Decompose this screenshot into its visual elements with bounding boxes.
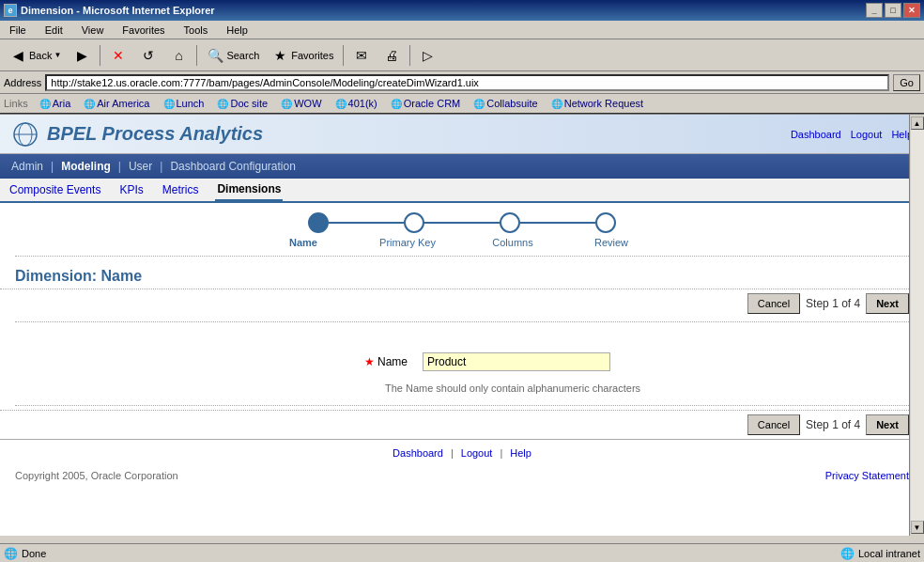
stop-icon: ✕ [109,46,128,65]
page-bottom: Copyright 2005, Oracle Corporation Priva… [0,466,924,485]
scroll-track [911,130,924,521]
subnav-metrics[interactable]: Metrics [161,180,201,200]
stop-button[interactable]: ✕ [104,43,132,68]
top-cancel-button[interactable]: Cancel [747,293,800,314]
scroll-down-button[interactable]: ▼ [911,521,924,534]
menu-favorites[interactable]: Favorites [116,23,170,38]
menu-edit[interactable]: Edit [39,23,69,38]
menu-file[interactable]: File [4,23,32,38]
link-icon-net: 🌐 [551,99,562,109]
step-4-circle [595,212,616,233]
subnav-composite-events[interactable]: Composite Events [8,180,102,200]
back-button[interactable]: ◀ Back ▼ [4,43,66,68]
scroll-up-button[interactable]: ▲ [911,117,924,130]
media-button[interactable]: ▷ [414,43,442,68]
window-controls: _ □ ✕ [866,3,920,18]
nav-admin[interactable]: Admin [8,158,47,175]
link-wow[interactable]: 🌐 WOW [275,97,327,110]
step-line-1 [329,222,404,224]
steps-circles-row [308,212,616,233]
wizard-steps: Name Primary Key Columns Review [0,203,924,252]
mail-icon: ✉ [352,46,371,65]
refresh-button[interactable]: ↺ [134,43,162,68]
toolbar-separator-3 [343,45,344,66]
header-dashboard-link[interactable]: Dashboard [791,129,841,140]
home-icon: ⌂ [169,46,188,65]
toolbar-separator-4 [409,45,410,66]
forward-button[interactable]: ▶ [68,43,96,68]
name-hint: The Name should only contain alphanumeri… [344,382,682,394]
links-bar: Links 🌐 Aria 🌐 Air America 🌐 Lunch 🌐 Doc… [0,94,924,115]
status-left: 🌐 Done [4,547,46,560]
link-lunch[interactable]: 🌐 Lunch [158,97,210,110]
window-title: Dimension - Microsoft Internet Explorer [21,5,215,16]
links-label: Links [4,98,28,109]
header-logout-link[interactable]: Logout [851,129,883,140]
step-line-3 [520,222,595,224]
link-401k[interactable]: 🌐 401(k) [330,97,383,110]
footer-dashboard-link[interactable]: Dashboard [393,447,443,459]
link-air-america[interactable]: 🌐 Air America [78,97,155,110]
footer-help-link[interactable]: Help [510,447,531,459]
menu-view[interactable]: View [76,23,110,38]
required-star: ★ [364,355,377,368]
subnav-dimensions[interactable]: Dimensions [215,179,283,201]
top-step-text: Step 1 of 4 [806,297,860,310]
home-button[interactable]: ⌂ [164,43,192,68]
media-icon: ▷ [419,46,438,65]
toolbar-separator-1 [100,45,100,66]
bottom-step-text: Step 1 of 4 [806,418,860,431]
print-button[interactable]: 🖨 [377,43,406,68]
name-input[interactable] [423,352,610,371]
link-icon-collab: 🌐 [473,99,485,109]
favorites-label: Favorites [291,50,333,61]
menu-help[interactable]: Help [221,23,254,38]
link-docsite[interactable]: 🌐 Doc site [211,97,273,110]
step-3-circle [500,212,520,233]
nav-bar: Admin | Modeling | User | Dashboard Conf… [0,154,924,179]
favorites-button[interactable]: ★ Favorites [266,43,338,68]
steps-wrapper: Name Primary Key Columns Review [289,212,635,248]
minimize-button[interactable]: _ [866,3,883,18]
step-3-label: Columns [485,237,541,248]
scrollbar[interactable]: ▲ ▼ [909,115,924,536]
link-icon-aria: 🌐 [39,99,51,109]
link-network-request[interactable]: 🌐 Network Request [546,97,649,110]
link-aria[interactable]: 🌐 Aria [34,97,77,110]
link-icon-wow: 🌐 [281,99,292,109]
go-button[interactable]: Go [893,74,920,91]
footer-sep-2: | [500,447,502,459]
nav-dashboard-config[interactable]: Dashboard Configuration [166,158,299,175]
search-button[interactable]: 🔍 Search [201,43,264,68]
address-label: Address [4,77,41,88]
refresh-icon: ↺ [139,46,158,65]
status-bar: 🌐 Done 🌐 Local intranet [0,543,924,562]
close-button[interactable]: ✕ [903,3,920,18]
address-input[interactable] [45,74,889,91]
toolbar-separator-2 [196,45,197,66]
privacy-statement-link[interactable]: Privacy Statement [825,470,909,481]
top-next-button[interactable]: Next [866,293,909,314]
subnav-kpis[interactable]: KPIs [117,180,145,200]
maximize-button[interactable]: □ [885,3,901,18]
search-icon: 🔍 [206,46,224,65]
link-icon-air: 🌐 [84,99,95,109]
link-oracle-crm[interactable]: 🌐 Oracle CRM [385,97,467,110]
separator-1 [15,256,909,257]
footer-logout-link[interactable]: Logout [461,447,493,459]
name-field-label: Name [377,355,408,368]
link-collabsuite[interactable]: 🌐 Collabsuite [468,97,543,110]
mail-button[interactable]: ✉ [347,43,376,68]
bottom-next-button[interactable]: Next [866,414,909,435]
nav-modeling[interactable]: Modeling [57,158,115,175]
menu-bar: File Edit View Favorites Tools Help [0,21,924,39]
status-text: Done [22,548,46,559]
back-label: Back [29,50,52,61]
menu-tools[interactable]: Tools [178,23,214,38]
header-nav-links: Dashboard Logout Help [791,129,913,140]
bpel-logo-text: BPEL Process Analytics [47,123,263,145]
bottom-cancel-button[interactable]: Cancel [747,414,800,435]
nav-user[interactable]: User [125,158,156,175]
toolbar: ◀ Back ▼ ▶ ✕ ↺ ⌂ 🔍 Search ★ Favorites ✉ … [0,39,924,71]
top-action-bar: Cancel Step 1 of 4 Next [0,289,924,318]
